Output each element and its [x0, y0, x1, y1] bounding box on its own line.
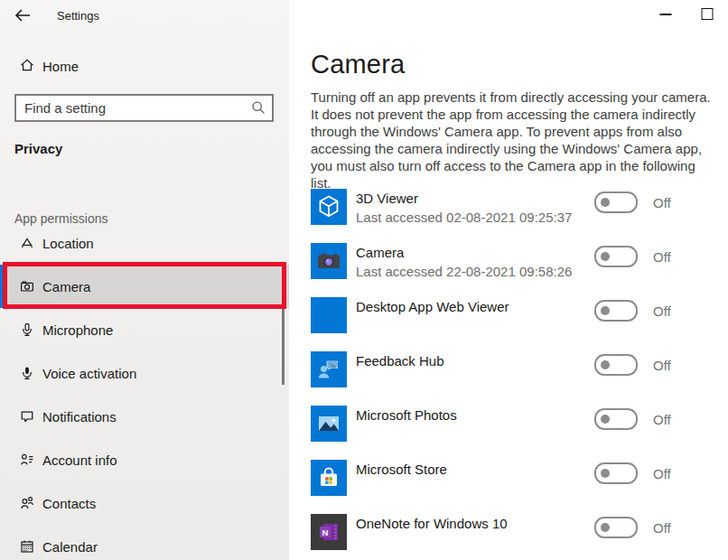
- app-row-onenote-for-windows-10: N OneNote for Windows 10 Off: [311, 514, 728, 560]
- sidebar-home-label: Home: [42, 59, 79, 74]
- onenote-icon: N: [311, 514, 347, 550]
- account-info-icon: [20, 453, 34, 467]
- sidebar-item-label: Notifications: [42, 409, 117, 425]
- home-icon: [20, 58, 34, 75]
- minimize-icon: [660, 14, 672, 15]
- app-toggle-switch[interactable]: [594, 517, 638, 538]
- app-row-feedback-hub: Feedback Hub Off: [311, 351, 728, 406]
- app-row-3d-viewer: 3D Viewer Last accessed 02-08-2021 09:25…: [311, 189, 728, 243]
- toggle-knob: [601, 523, 610, 532]
- window-controls: [645, 0, 728, 27]
- minimize-button[interactable]: [645, 0, 686, 27]
- app-toggle-switch[interactable]: [594, 354, 638, 376]
- feedback-hub-icon: [311, 351, 347, 387]
- microsoft-store-icon: [311, 460, 347, 496]
- privacy-nav-list: Location Camera Microphone Voice activat…: [0, 221, 289, 560]
- microsoft-photos-icon: [311, 406, 347, 442]
- app-toggle-switch[interactable]: [594, 462, 638, 484]
- toggle-state-label: Off: [653, 358, 671, 373]
- toggle-state-label: Off: [653, 412, 671, 427]
- window-title: Settings: [57, 9, 99, 23]
- app-row-desktop-app-web-viewer: Desktop App Web Viewer Off: [311, 297, 728, 351]
- sidebar-item-label: Calendar: [42, 539, 98, 555]
- app-toggle-switch[interactable]: [594, 246, 638, 267]
- desktop-app-web-viewer-icon: [311, 297, 347, 333]
- sidebar-item-calendar[interactable]: Calendar: [0, 525, 289, 560]
- microphone-icon: [20, 322, 34, 337]
- toggle-state-label: Off: [653, 303, 671, 319]
- toggle-knob: [601, 306, 610, 315]
- sidebar-scrollbar-thumb[interactable]: [282, 307, 285, 385]
- app-name: Microsoft Photos: [356, 407, 457, 423]
- page-title: Camera: [311, 50, 405, 79]
- contacts-icon: [20, 496, 34, 510]
- app-toggle-switch[interactable]: [594, 300, 638, 322]
- maximize-icon: [702, 8, 714, 20]
- app-permission-list: 3D Viewer Last accessed 02-08-2021 09:25…: [311, 189, 728, 560]
- app-name: Feedback Hub: [356, 353, 444, 369]
- app-name: Desktop App Web Viewer: [356, 299, 509, 314]
- page-description: Turning off an app prevents it from dire…: [311, 89, 719, 191]
- sidebar-item-microphone[interactable]: Microphone: [0, 308, 289, 351]
- app-row-camera: Camera Last accessed 22-08-2021 09:58:26…: [311, 243, 728, 297]
- sidebar-item-voice-activation[interactable]: Voice activation: [0, 351, 289, 395]
- toggle-knob: [601, 469, 610, 478]
- toggle-state-label: Off: [653, 249, 671, 265]
- toggle-knob: [601, 252, 610, 261]
- app-name: 3D Viewer: [356, 191, 572, 206]
- sidebar: Settings Home Privacy App permissions Lo…: [0, 0, 289, 560]
- app-name: Camera: [356, 245, 572, 260]
- camera-icon: [20, 279, 34, 294]
- sidebar-item-contacts[interactable]: Contacts: [0, 481, 289, 525]
- sidebar-item-label: Location: [42, 236, 94, 251]
- app-last-accessed: Last accessed 22-08-2021 09:58:26: [356, 264, 572, 279]
- calendar-icon: [20, 539, 34, 554]
- search-box: [14, 94, 274, 122]
- sidebar-item-label: Voice activation: [42, 366, 136, 381]
- search-input[interactable]: [14, 94, 274, 122]
- svg-text:N: N: [322, 527, 329, 537]
- camera-app-icon: [311, 243, 347, 279]
- privacy-section-title: Privacy: [14, 141, 62, 156]
- toggle-state-label: Off: [653, 520, 671, 536]
- back-arrow-icon: [14, 8, 31, 23]
- app-toggle-switch[interactable]: [594, 408, 638, 430]
- 3d-viewer-icon: [311, 189, 347, 225]
- toggle-knob: [601, 415, 610, 424]
- sidebar-item-location[interactable]: Location: [0, 221, 289, 265]
- main-content: Camera Turning off an app prevents it fr…: [289, 0, 728, 560]
- app-toggle-switch[interactable]: [594, 191, 638, 213]
- toggle-state-label: Off: [653, 466, 671, 481]
- sidebar-item-account-info[interactable]: Account info: [0, 438, 289, 481]
- app-row-microsoft-store: Microsoft Store Off: [311, 460, 728, 514]
- sidebar-item-home[interactable]: Home: [0, 48, 289, 84]
- voice-activation-icon: [20, 366, 34, 380]
- toggle-knob: [601, 360, 610, 369]
- sidebar-item-notifications[interactable]: Notifications: [0, 395, 289, 438]
- sidebar-item-label: Camera: [42, 279, 90, 294]
- app-name: Microsoft Store: [356, 462, 447, 477]
- sidebar-item-label: Account info: [42, 453, 117, 468]
- app-last-accessed: Last accessed 02-08-2021 09:25:37: [356, 210, 572, 225]
- back-button[interactable]: [14, 6, 34, 24]
- app-name: OneNote for Windows 10: [356, 516, 508, 531]
- sidebar-item-label: Microphone: [42, 322, 113, 338]
- location-icon: [20, 236, 34, 250]
- sidebar-item-camera[interactable]: Camera: [0, 265, 289, 308]
- toggle-state-label: Off: [653, 195, 671, 210]
- maximize-button[interactable]: [686, 0, 728, 27]
- app-row-microsoft-photos: Microsoft Photos Off: [311, 406, 728, 460]
- notifications-icon: [20, 409, 34, 424]
- settings-window: Settings Home Privacy App permissions Lo…: [0, 0, 728, 560]
- titlebar-left: Settings: [14, 6, 99, 24]
- toggle-knob: [601, 198, 610, 207]
- sidebar-item-label: Contacts: [42, 496, 96, 511]
